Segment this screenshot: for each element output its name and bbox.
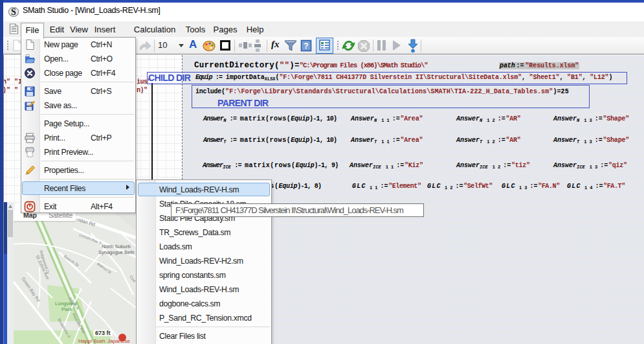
svg-text:Synagogue Beth: Synagogue Beth [98, 249, 134, 255]
svg-text:North Suburb: North Suburb [102, 244, 131, 249]
svg-text:Happi Sush: Happi Sush [78, 338, 105, 344]
svg-text:Park: Park [61, 306, 72, 312]
svg-text:?: ? [304, 41, 308, 51]
svg-text:Japanese: Japanese [107, 338, 130, 344]
svg-text:S: S [11, 7, 16, 17]
